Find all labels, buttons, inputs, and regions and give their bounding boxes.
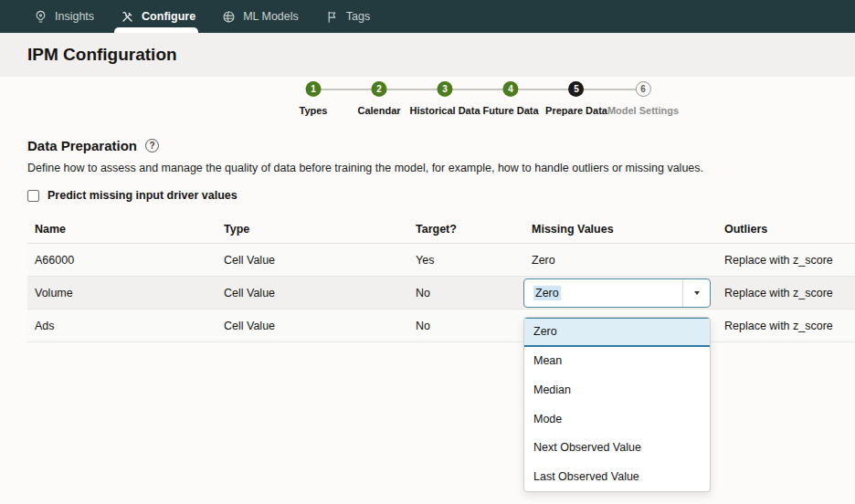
tab-ml-models[interactable]: ML Models: [222, 0, 299, 33]
tab-configure[interactable]: Configure: [121, 0, 195, 33]
missing-values-dropdown: Zero Mean Median Mode Next Observed Valu…: [523, 317, 711, 492]
configure-tools-icon: [121, 10, 134, 24]
cell-target: No: [408, 310, 516, 341]
step-label: Future Data: [482, 105, 538, 116]
checkbox-box[interactable]: [27, 190, 39, 202]
step-dot: 2: [371, 81, 386, 97]
chevron-down-icon: [694, 291, 700, 295]
column-header-type: Type: [216, 215, 408, 243]
cell-name: A66000: [27, 244, 216, 276]
cell-missing-values: Zero: [516, 244, 717, 276]
cell-type: Cell Value: [216, 310, 408, 341]
step-future-data[interactable]: 4 Future Data: [482, 77, 538, 116]
step-label: Calendar: [357, 105, 400, 116]
cell-type: Cell Value: [216, 277, 408, 309]
cell-outliers: Replace with z_score: [717, 310, 855, 341]
step-types[interactable]: 1 Types: [300, 77, 328, 116]
table-row[interactable]: A66000 Cell Value Yes Zero Replace with …: [27, 244, 855, 277]
predict-missing-checkbox[interactable]: Predict missing input driver values: [27, 189, 238, 202]
cell-target: Yes: [408, 244, 516, 276]
step-dot: 1: [305, 81, 321, 97]
step-label: Types: [300, 105, 328, 116]
tab-insights[interactable]: Insights: [34, 0, 94, 33]
step-label: Historical Data: [409, 105, 480, 116]
help-icon[interactable]: ?: [145, 139, 159, 152]
tab-label: Configure: [142, 10, 195, 23]
page-header: IPM Configuration: [0, 33, 855, 77]
step-prepare-data[interactable]: 5 Prepare Data: [545, 77, 607, 116]
step-model-settings[interactable]: 6 Model Settings: [607, 77, 679, 116]
section-title: Data Preparation: [27, 138, 137, 153]
cell-target: No: [408, 277, 516, 309]
combobox-arrow-button[interactable]: [682, 279, 710, 307]
ipm-configuration-page: Insights Configure: [0, 0, 855, 504]
section-title-row: Data Preparation ?: [27, 138, 159, 153]
section-description: Define how to assess and manage the qual…: [27, 162, 703, 174]
dropdown-option-last-observed-value[interactable]: Last Observed Value: [524, 462, 710, 491]
checkbox-label: Predict missing input driver values: [48, 189, 238, 202]
ml-models-brain-icon: [222, 10, 236, 24]
tab-label: ML Models: [243, 10, 299, 23]
dropdown-option-zero[interactable]: Zero: [524, 318, 710, 347]
missing-values-combobox[interactable]: Zero: [523, 278, 711, 308]
column-header-missing-values: Missing Values: [516, 215, 717, 243]
cell-type: Cell Value: [216, 244, 408, 276]
cell-outliers: Replace with z_score: [717, 277, 855, 309]
tab-label: Insights: [55, 10, 94, 23]
table-header-row: Name Type Target? Missing Values Outlier…: [27, 215, 855, 244]
cell-outliers: Replace with z_score: [717, 244, 855, 276]
table-row[interactable]: Ads Cell Value No Replace with z_score: [27, 310, 855, 342]
step-label: Model Settings: [607, 105, 679, 116]
data-preparation-table: Name Type Target? Missing Values Outlier…: [27, 215, 855, 342]
top-nav: Insights Configure: [0, 0, 855, 33]
step-historical-data[interactable]: 3 Historical Data: [409, 77, 480, 116]
table-row[interactable]: Volume Cell Value No Zero Replace with z…: [27, 277, 855, 310]
column-header-outliers: Outliers: [717, 215, 855, 243]
cell-missing-values: Zero: [516, 277, 717, 309]
cell-name: Ads: [27, 310, 216, 341]
step-dot: 5: [569, 81, 585, 97]
dropdown-option-mean[interactable]: Mean: [524, 347, 710, 376]
combobox-value: Zero: [533, 287, 561, 299]
tab-label: Tags: [346, 10, 370, 23]
step-label: Prepare Data: [545, 105, 607, 116]
step-dot: 6: [635, 81, 650, 97]
step-dot: 4: [503, 81, 519, 97]
tab-tags[interactable]: Tags: [325, 0, 370, 33]
dropdown-option-next-observed-value[interactable]: Next Observed Value: [524, 433, 710, 462]
step-calendar[interactable]: 2 Calendar: [357, 77, 400, 116]
page-title: IPM Configuration: [27, 45, 177, 65]
dropdown-option-mode[interactable]: Mode: [524, 404, 710, 434]
tags-flag-icon: [325, 10, 339, 24]
cell-name: Volume: [27, 277, 216, 309]
stepper: 1 Types 2 Calendar 3 Historical Data 4 F…: [0, 77, 855, 124]
step-dot: 3: [438, 81, 453, 97]
insights-lightbulb-icon: [34, 10, 48, 24]
column-header-name: Name: [27, 215, 216, 243]
column-header-target: Target?: [408, 215, 516, 243]
dropdown-option-median[interactable]: Median: [524, 375, 710, 404]
